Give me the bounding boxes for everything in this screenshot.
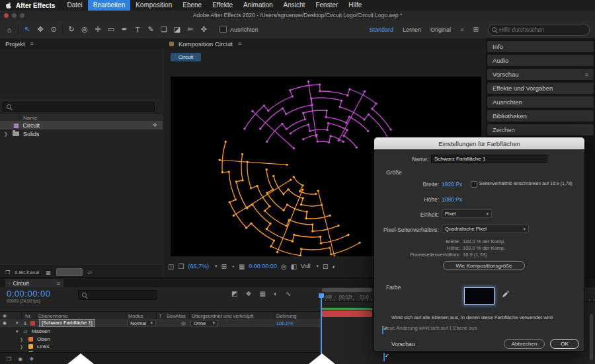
workspace-overflow-icon[interactable]: » [460, 26, 464, 33]
menu-item-hilfe[interactable]: Hilfe [343, 0, 367, 11]
panel-menu-icon[interactable]: ≡ [238, 40, 241, 47]
zoom-tool-icon[interactable]: ⊙ [47, 23, 60, 36]
time-navigator-handle[interactable] [322, 288, 372, 292]
panel-tab-zeichen[interactable]: Zeichen [487, 124, 594, 135]
motion-blur-icon[interactable]: ◐ [274, 290, 278, 297]
panel-tab-effekte-und-vorgaben[interactable]: Effekte und Vorgaben [487, 83, 594, 94]
resolution-select[interactable]: Voll [301, 263, 311, 270]
workspace-standard[interactable]: Standard [369, 26, 393, 33]
layer-name[interactable]: [Schwarz Farbfläche 1] [39, 319, 95, 327]
mask-icon[interactable]: ▱ [88, 270, 92, 275]
name-column-header[interactable]: Name [19, 115, 37, 121]
flowchart-icon[interactable]: ❖ [153, 122, 157, 128]
region-icon[interactable]: ▦ [239, 263, 245, 270]
mask-row-oben[interactable]: ❯ Oben [0, 336, 321, 343]
graph-editor-icon[interactable]: ∿ [286, 290, 291, 297]
column-bewmas[interactable]: BewMas [167, 313, 186, 319]
expander-icon[interactable]: ❯ [20, 344, 23, 349]
constrain-aspect-checkbox[interactable] [471, 181, 477, 188]
column-nr[interactable]: Nr. [25, 313, 32, 319]
dropdown-arrow-icon[interactable]: ▾ [317, 264, 319, 269]
menu-item-komposition[interactable]: Komposition [130, 0, 177, 11]
project-item-solids[interactable]: ❯ Solids [0, 129, 163, 138]
menu-item-datei[interactable]: Datei [61, 0, 87, 11]
minimize-window-button[interactable] [12, 13, 17, 18]
preview-checkbox[interactable] [383, 353, 385, 361]
pickwhip-icon[interactable]: ◎ [181, 320, 186, 326]
timeline-search-field[interactable] [78, 290, 157, 300]
mask-row-links[interactable]: ❯ Links [0, 343, 321, 350]
eyedropper-icon[interactable] [501, 290, 510, 300]
help-search-field[interactable] [488, 24, 590, 36]
timeline-search-input[interactable] [79, 292, 157, 298]
help-search-input[interactable] [489, 26, 589, 33]
workspace-original[interactable]: Original [430, 26, 451, 33]
home-tool-icon[interactable]: ⌂ [3, 23, 16, 36]
eye-icon[interactable]: ◉ [3, 320, 7, 326]
shape-tool-icon[interactable]: ▭ [104, 23, 118, 36]
width-value[interactable]: 1920 Px [442, 181, 462, 188]
app-name[interactable]: After Effects [12, 2, 61, 9]
menu-item-ebene[interactable]: Ebene [177, 0, 207, 11]
bit-depth-label[interactable]: 8-Bit-Kanal [15, 270, 39, 275]
column-dehnung[interactable]: Dehnung [276, 313, 296, 319]
clone-stamp-tool-icon[interactable]: ❏ [157, 23, 171, 36]
panel-tab-audio[interactable]: Audio [487, 55, 594, 66]
menu-item-ansicht[interactable]: Ansicht [278, 0, 311, 11]
menu-item-bearbeiten[interactable]: Bearbeiten [88, 0, 130, 11]
cancel-button[interactable]: Abbrechen [504, 339, 545, 349]
expander-icon[interactable]: ▾ [16, 320, 19, 326]
text-tool-icon[interactable]: T [131, 23, 144, 36]
height-value[interactable]: 1080 Px [442, 196, 462, 203]
composition-mini-flowchart-icon[interactable]: ◩ [231, 290, 237, 297]
snap-checkbox[interactable] [219, 26, 227, 33]
mask-color-chip[interactable] [28, 337, 33, 342]
zoom-window-button[interactable] [20, 13, 24, 18]
ok-button[interactable]: OK [550, 339, 579, 349]
pixel-aspect-select[interactable]: Quadratische Pixel ▾ [442, 225, 529, 233]
timeline-tab-circuit[interactable]: ▪ Circuit ≡ [5, 279, 63, 287]
dialog-title-bar[interactable]: Einstellungen für Farbflächen [374, 137, 584, 149]
menu-item-animation[interactable]: Animation [238, 0, 278, 11]
mask-color-chip[interactable] [28, 344, 33, 349]
viewer-tab-circuit[interactable]: Circuit [171, 53, 201, 61]
blend-mode-select[interactable]: Normal ▾ [127, 320, 156, 326]
layer-duration-bar[interactable] [322, 310, 372, 317]
zoom-level[interactable]: (66,7%) [188, 263, 209, 270]
timeline-scrollbar[interactable] [590, 314, 593, 360]
panel-tab-bibliotheken[interactable]: Bibliotheken [487, 110, 594, 122]
project-item-circuit[interactable]: ▦ Circuit ❖ [0, 121, 163, 129]
draft3d-icon[interactable]: ❖ [245, 290, 251, 297]
composition-panel-title[interactable]: Komposition Circuit [174, 40, 233, 48]
apple-icon[interactable] [0, 1, 12, 10]
roto-brush-tool-icon[interactable]: ✄ [184, 23, 197, 36]
menu-item-effekte[interactable]: Effekte [207, 0, 238, 11]
pan-behind-tool-icon[interactable]: ✛ [91, 23, 104, 36]
column-uebergeordnet[interactable]: Übergeordnet und verknüpft [192, 313, 253, 319]
grid-options-icon[interactable]: ⊞ [221, 263, 226, 270]
close-window-button[interactable] [4, 13, 9, 18]
hand-tool-icon[interactable]: ✥ [34, 23, 47, 36]
toggle-icon[interactable]: ❒ [7, 356, 11, 362]
menu-item-fenster[interactable]: Fenster [310, 0, 343, 11]
panel-menu-icon[interactable]: ≡ [30, 40, 34, 47]
workspace-lernen[interactable]: Lernen [403, 26, 421, 33]
column-ebenenname[interactable]: Ebenenname [38, 313, 68, 319]
panel-tab-info[interactable]: Info [487, 41, 594, 52]
show-channel-icon[interactable]: ◧ [291, 263, 297, 270]
masks-group-label[interactable]: Masken [32, 328, 50, 334]
panel-tab-vorschau[interactable]: Vorschau≡ [487, 69, 594, 80]
project-search-input[interactable] [3, 104, 154, 110]
dropdown-arrow-icon[interactable]: ▾ [215, 264, 218, 269]
toggle-icon[interactable]: ◉ [18, 356, 22, 362]
panel-tab-ausrichten[interactable]: Ausrichten [487, 96, 594, 108]
layer-row-1[interactable]: ◉ ▾ 1 [Schwarz Farbfläche 1] Normal ▾ ◎ … [0, 319, 321, 327]
monitor-icon[interactable]: ◫ [168, 263, 174, 270]
snapshot-icon[interactable]: ◎ [281, 263, 287, 270]
two-views-icon[interactable]: ❐ [178, 263, 184, 270]
column-modus[interactable]: Modus [128, 313, 143, 319]
depth-icon[interactable]: ❒ [5, 270, 10, 275]
mask-name[interactable]: Links [37, 344, 50, 349]
selection-tool-icon[interactable]: ↖ [20, 23, 34, 36]
unit-select[interactable]: Pixel ▾ [442, 209, 492, 218]
